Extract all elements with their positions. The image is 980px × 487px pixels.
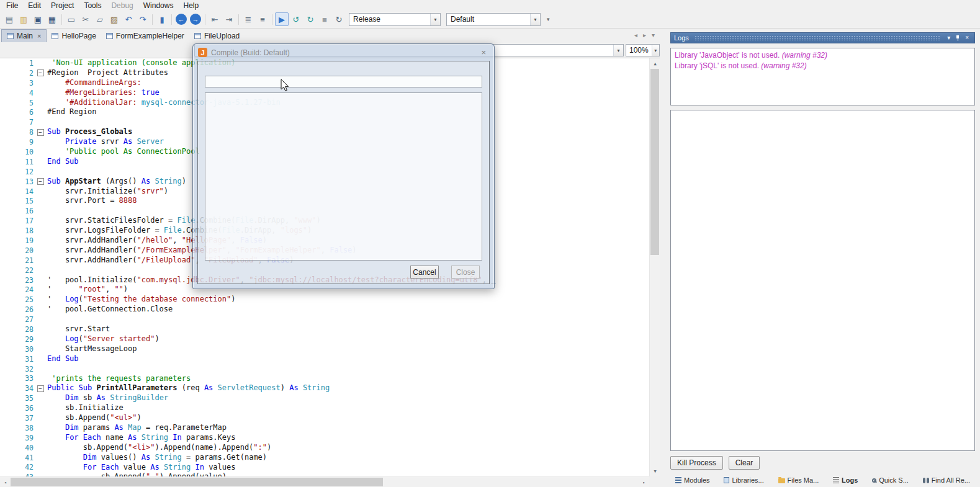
menu-debug[interactable]: Debug — [106, 1, 138, 11]
line-number[interactable]: 36 — [0, 404, 34, 413]
code-line[interactable]: 'prints the requests parameters — [47, 374, 649, 384]
panel-menu-icon[interactable]: ▾ — [947, 35, 950, 41]
line-number[interactable]: 18 — [0, 226, 34, 235]
line-number[interactable]: 41 — [0, 453, 34, 462]
chevron-down-icon[interactable]: ▾ — [530, 14, 540, 25]
compile-dialog-titlebar[interactable]: J Compile (Build: Default) × — [193, 44, 494, 61]
line-number[interactable]: 28 — [0, 325, 34, 334]
scroll-left-icon[interactable]: ◂ — [0, 477, 11, 487]
line-number[interactable]: 17 — [0, 217, 34, 225]
code-line[interactable]: sb.Append("<ul>") — [47, 413, 649, 423]
navigate-forward-icon[interactable]: → — [190, 14, 201, 25]
line-number[interactable]: 7 — [0, 118, 34, 127]
line-number[interactable]: 19 — [0, 236, 34, 245]
copy-icon[interactable]: ▱ — [93, 12, 107, 26]
uncomment-icon[interactable]: ≡ — [256, 12, 269, 26]
line-number[interactable]: 6 — [0, 108, 34, 117]
code-line[interactable]: Dim sb As StringBuilder — [47, 393, 649, 403]
bottom-tab-search[interactable]: Quick S... — [872, 476, 909, 484]
line-number[interactable]: 8 — [0, 128, 34, 136]
line-number[interactable]: 10 — [0, 148, 34, 156]
fold-marker[interactable]: − — [34, 178, 47, 185]
line-number[interactable]: 37 — [0, 414, 34, 422]
fold-marker[interactable]: − — [34, 385, 47, 392]
line-number[interactable]: 35 — [0, 394, 34, 403]
code-line[interactable]: Public Sub PrintAllParameters (req As Se… — [47, 383, 649, 393]
menu-file[interactable]: File — [1, 1, 23, 11]
editor-horizontal-scrollbar[interactable]: ◂ ▸ — [0, 476, 649, 487]
line-number[interactable]: 25 — [0, 295, 34, 304]
tab-main[interactable]: Main× — [1, 29, 47, 42]
line-number[interactable]: 40 — [0, 444, 34, 452]
close-tab-icon[interactable]: × — [37, 32, 41, 40]
scroll-up-icon[interactable]: ▲ — [650, 58, 660, 69]
line-number[interactable]: 38 — [0, 424, 34, 432]
line-number[interactable]: 11 — [0, 158, 34, 166]
code-line[interactable]: ' Log("Testing the database connection") — [47, 295, 649, 305]
line-number[interactable]: 30 — [0, 345, 34, 354]
code-line[interactable]: End Sub — [47, 354, 649, 364]
pane-splitter[interactable] — [660, 29, 670, 487]
paste-icon[interactable]: ▨ — [107, 12, 121, 26]
line-number[interactable]: 9 — [0, 138, 34, 146]
editor-vertical-scrollbar[interactable]: ▲ ▼ — [649, 58, 660, 476]
horizontal-scroll-thumb[interactable] — [11, 478, 383, 486]
tab-scroll-left-icon[interactable]: ◂ — [634, 32, 637, 38]
menu-windows[interactable]: Windows — [138, 1, 179, 11]
bottom-tab-modules[interactable]: Modules — [675, 476, 710, 484]
code-line[interactable] — [47, 315, 649, 324]
scroll-down-icon[interactable]: ▼ — [650, 466, 660, 476]
line-number[interactable]: 12 — [0, 168, 34, 176]
line-number[interactable]: 20 — [0, 246, 34, 255]
dialog-close-icon[interactable]: × — [478, 48, 489, 57]
stop-icon[interactable]: ■ — [318, 12, 331, 26]
line-number[interactable]: 42 — [0, 463, 34, 471]
tab-fileupload[interactable]: FileUpload — [189, 29, 245, 42]
close-button[interactable]: Close — [451, 266, 480, 279]
build-configuration-dropdown[interactable]: Release ▾ — [349, 13, 441, 26]
comment-icon[interactable]: ≣ — [241, 12, 255, 26]
line-number[interactable]: 34 — [0, 384, 34, 393]
resume-icon[interactable]: ↺ — [289, 12, 303, 26]
line-number[interactable]: 15 — [0, 197, 34, 205]
new-file-icon[interactable]: ▤ — [2, 12, 16, 26]
rebuild-icon[interactable]: ↻ — [332, 12, 346, 26]
code-line[interactable]: StartMessageLoop — [47, 344, 649, 354]
line-number[interactable]: 32 — [0, 365, 34, 373]
menu-project[interactable]: Project — [46, 1, 79, 11]
fold-marker[interactable]: − — [34, 129, 47, 136]
step-over-icon[interactable]: ↻ — [303, 12, 317, 26]
chevron-down-icon[interactable]: ▾ — [652, 45, 659, 56]
save-icon[interactable]: ▣ — [31, 12, 45, 26]
tab-list-icon[interactable]: ▾ — [652, 32, 655, 38]
line-number[interactable]: 16 — [0, 207, 34, 215]
toolbar-overflow-icon[interactable]: ▾ — [544, 16, 553, 22]
menu-tools[interactable]: Tools — [79, 1, 106, 11]
tab-formexamplehelper[interactable]: FormExampleHelper — [101, 29, 189, 42]
code-line[interactable] — [47, 364, 649, 374]
code-line[interactable]: srvr.Start — [47, 324, 649, 334]
clear-button[interactable]: Clear — [729, 456, 760, 470]
cut-icon[interactable]: ✂ — [79, 12, 92, 26]
chevron-down-icon[interactable]: ▾ — [430, 14, 440, 25]
bookmark-icon[interactable]: ▮ — [155, 12, 169, 26]
zoom-dropdown[interactable]: 100% ▾ — [626, 44, 660, 56]
line-number[interactable]: 33 — [0, 374, 34, 383]
bottom-tab-libraries[interactable]: Libraries... — [724, 476, 763, 484]
chevron-down-icon[interactable]: ▾ — [613, 45, 623, 56]
code-line[interactable]: sb.Initialize — [47, 403, 649, 413]
panel-grip-dots[interactable] — [695, 35, 940, 41]
redo-icon[interactable]: ↷ — [136, 12, 150, 26]
kill-process-button[interactable]: Kill Process — [670, 456, 723, 470]
outdent-icon[interactable]: ⇤ — [208, 12, 222, 26]
line-number[interactable]: 1 — [0, 59, 34, 68]
line-number[interactable]: 29 — [0, 335, 34, 344]
line-number[interactable]: 13 — [0, 177, 34, 186]
fold-marker[interactable]: − — [34, 69, 47, 76]
restore-window-icon[interactable]: ▭ — [65, 12, 78, 26]
indent-icon[interactable]: ⇥ — [222, 12, 236, 26]
line-number[interactable]: 2 — [0, 69, 34, 78]
bottom-tab-logs[interactable]: Logs — [833, 476, 858, 484]
run-icon[interactable]: ▶ — [275, 12, 289, 26]
menu-edit[interactable]: Edit — [23, 1, 46, 11]
